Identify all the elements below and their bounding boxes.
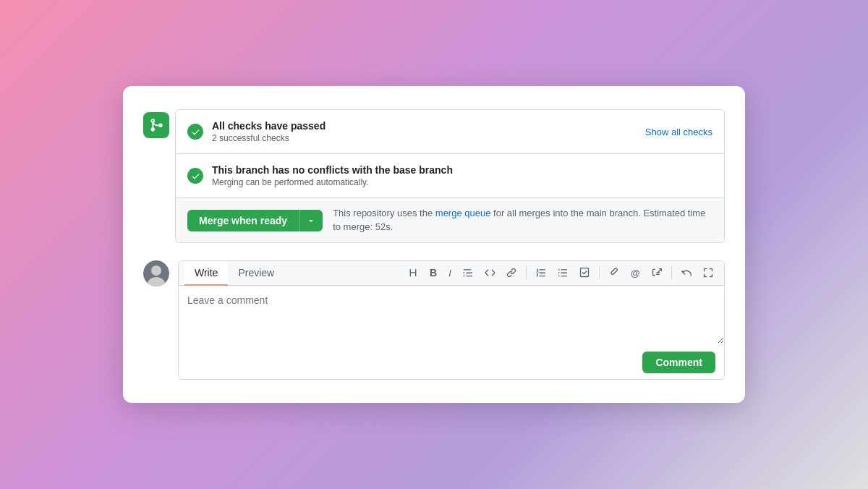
toolbar-italic-btn[interactable]: I bbox=[443, 265, 456, 281]
editor-toolbar: B I bbox=[403, 261, 718, 285]
link-icon bbox=[506, 268, 516, 278]
heading-icon bbox=[408, 268, 418, 278]
toolbar-divider-2 bbox=[599, 266, 600, 279]
tab-preview[interactable]: Preview bbox=[228, 261, 284, 286]
toolbar-tasklist-btn[interactable] bbox=[574, 265, 595, 281]
left-icon-column bbox=[143, 109, 175, 242]
checks-section: All checks have passed 2 successful chec… bbox=[143, 109, 725, 242]
fullscreen-icon bbox=[703, 268, 713, 278]
checks-panel: All checks have passed 2 successful chec… bbox=[175, 109, 725, 242]
unordered-list-icon bbox=[558, 268, 568, 278]
toolbar-ul-btn[interactable] bbox=[553, 265, 573, 281]
tab-write[interactable]: Write bbox=[184, 261, 228, 286]
toolbar-fullscreen-btn[interactable] bbox=[698, 265, 718, 281]
check-text-2: This branch has no conflicts with the ba… bbox=[212, 164, 712, 187]
submit-comment-button[interactable]: Comment bbox=[642, 352, 715, 373]
chevron-down-icon bbox=[307, 216, 315, 225]
merge-button-group: Merge when ready bbox=[187, 210, 323, 231]
check-pass-icon-2 bbox=[187, 168, 203, 184]
tasklist-icon bbox=[579, 268, 590, 278]
merge-action-row: Merge when ready This repository uses th… bbox=[176, 198, 724, 242]
attach-icon bbox=[609, 268, 619, 278]
check-title-1: All checks have passed bbox=[212, 120, 637, 132]
checkmark-icon-2 bbox=[191, 171, 200, 181]
check-row-2: This branch has no conflicts with the ba… bbox=[176, 154, 724, 198]
cross-reference-icon bbox=[652, 268, 662, 278]
comment-footer: Comment bbox=[179, 346, 724, 379]
toolbar-ref-btn[interactable] bbox=[647, 265, 667, 281]
toolbar-code-btn[interactable] bbox=[480, 265, 500, 281]
check-text-1: All checks have passed 2 successful chec… bbox=[212, 120, 637, 143]
check-row-1: All checks have passed 2 successful chec… bbox=[176, 110, 724, 154]
user-avatar bbox=[143, 260, 169, 286]
check-title-2: This branch has no conflicts with the ba… bbox=[212, 164, 712, 176]
merge-dropdown-button[interactable] bbox=[299, 210, 323, 231]
merge-when-ready-button[interactable]: Merge when ready bbox=[187, 210, 299, 231]
check-subtitle-2: Merging can be performed automatically. bbox=[212, 177, 712, 187]
check-subtitle-1: 2 successful checks bbox=[212, 133, 637, 143]
merge-queue-link[interactable]: merge queue bbox=[435, 208, 491, 218]
comment-textarea[interactable] bbox=[179, 286, 724, 344]
toolbar-link-btn[interactable] bbox=[501, 265, 522, 281]
comment-section: Write Preview B I bbox=[143, 260, 725, 380]
merge-icon-box bbox=[143, 112, 169, 138]
merge-info-text: This repository uses the merge queue for… bbox=[333, 207, 712, 233]
toolbar-bold-btn[interactable]: B bbox=[425, 264, 442, 281]
undo-icon bbox=[681, 268, 692, 278]
toolbar-divider-1 bbox=[526, 266, 527, 279]
show-all-checks-link[interactable]: Show all checks bbox=[645, 127, 712, 137]
checkmark-icon-1 bbox=[191, 127, 200, 137]
toolbar-divider-3 bbox=[671, 266, 672, 279]
toolbar-mention-btn[interactable]: @ bbox=[626, 265, 645, 281]
toolbar-attach-btn[interactable] bbox=[604, 265, 624, 281]
comment-tabs: Write Preview B I bbox=[179, 261, 724, 286]
svg-point-1 bbox=[151, 265, 161, 276]
quote-icon bbox=[463, 268, 473, 278]
merge-info-prefix: This repository uses the bbox=[333, 208, 433, 218]
ordered-list-icon bbox=[536, 268, 546, 278]
toolbar-heading-btn[interactable] bbox=[403, 265, 423, 281]
comment-editor-box: Write Preview B I bbox=[178, 260, 725, 380]
main-card: All checks have passed 2 successful chec… bbox=[123, 86, 745, 402]
toolbar-ol-btn[interactable] bbox=[531, 265, 551, 281]
check-pass-icon-1 bbox=[187, 124, 203, 140]
avatar-image bbox=[143, 260, 169, 286]
git-merge-icon bbox=[149, 118, 163, 132]
toolbar-undo-btn[interactable] bbox=[676, 265, 697, 281]
toolbar-quote-btn[interactable] bbox=[458, 265, 478, 281]
code-icon bbox=[485, 268, 495, 278]
